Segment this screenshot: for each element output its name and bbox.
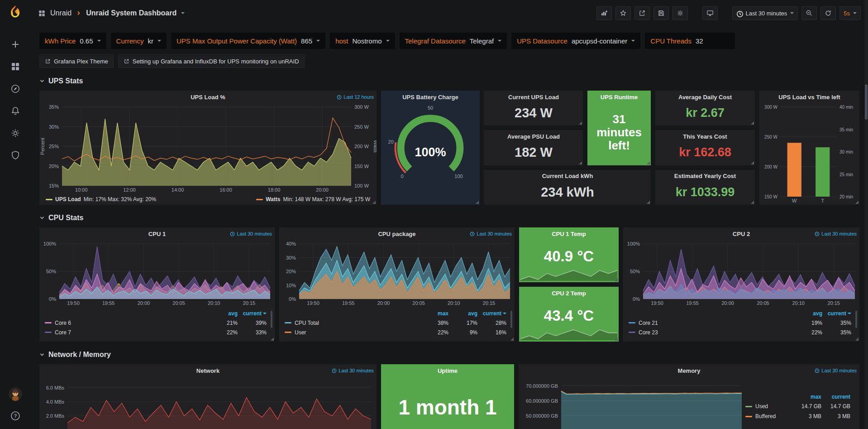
apps-grid-icon[interactable] — [38, 10, 46, 17]
svg-text:40%: 40% — [286, 241, 296, 246]
grafana-logo[interactable] — [6, 4, 24, 22]
cycle-view-mode-button[interactable] — [702, 6, 718, 20]
user-avatar[interactable] — [9, 387, 22, 401]
network-chart[interactable]: 2.0 MBs4.0 MBs6.0 MBs — [39, 377, 377, 429]
legend-row: Core 23 22% 35% — [629, 328, 851, 337]
panel-title[interactable]: Current UPS Load — [508, 94, 559, 101]
chevron-down-icon[interactable] — [181, 12, 185, 14]
explore-icon[interactable] — [10, 84, 20, 94]
legend-sort-current[interactable]: current — [238, 310, 267, 317]
page-scrollbar[interactable] — [864, 0, 868, 429]
panel-time-range[interactable]: Last 30 minutes — [230, 231, 272, 236]
legend-sort-current[interactable]: current — [821, 394, 850, 400]
scrollbar-thumb[interactable] — [865, 84, 868, 120]
legend: avg current Core 6 21% 39% Core 7 22% 33… — [39, 307, 275, 342]
variable-ups-datasource[interactable]: UPS Datasource apcupsd-container — [511, 33, 640, 49]
ups-load-chart[interactable]: PercentWatts15%20%25%30%35%100 W150 W200… — [39, 103, 377, 194]
svg-text:50: 50 — [428, 105, 433, 111]
cpu1-chart[interactable]: 0%50%100%19:5019:5520:0020:0520:1020:15 — [39, 240, 275, 307]
svg-text:14:00: 14:00 — [172, 187, 184, 193]
dashboard-link-ups-monitoring-guide[interactable]: Setting up Grafana and InfluxDB for UPS … — [118, 54, 305, 68]
panel-title[interactable]: Memory — [678, 367, 701, 374]
svg-text:40 min: 40 min — [839, 105, 853, 110]
breadcrumb-app[interactable]: Unraid — [50, 9, 72, 17]
panel-title[interactable]: Estimated Yearly Cost — [674, 173, 736, 179]
cpu-package-chart[interactable]: 0%10%20%30%40%19:5019:5520:0020:0520:102… — [279, 240, 515, 307]
server-admin-shield-icon[interactable] — [10, 150, 20, 160]
panel-title[interactable]: CPU 1 — [148, 231, 166, 237]
svg-text:50%: 50% — [46, 269, 56, 274]
clock-icon — [337, 95, 342, 100]
legend-scrollbar[interactable] — [855, 311, 857, 328]
panel-title[interactable]: UPS Load % — [191, 94, 225, 101]
add-panel-button[interactable] — [596, 6, 612, 20]
svg-text:30%: 30% — [286, 255, 296, 260]
panel-title[interactable]: Network — [196, 367, 219, 374]
dashboard-link-grafana-plex-theme[interactable]: Grafana Plex Theme — [39, 54, 114, 68]
ups-stats-row: UPS Load % Last 12 hours PercentWatts15%… — [39, 91, 859, 205]
legend-sort-current[interactable]: current — [477, 310, 506, 317]
variable-ups-max-output[interactable]: UPS Max Output Power Capacity (Watt) 865 — [171, 33, 325, 49]
legend-item[interactable]: UPS Load Min: 17% Max: 32% Avg: 20% — [46, 196, 156, 202]
template-variables-row: kWh Price 0.65 Currency kr UPS Max Outpu… — [39, 33, 859, 49]
section-network-memory[interactable]: Network / Memory — [39, 351, 859, 359]
panel-title[interactable]: UPS Load vs Time left — [778, 94, 840, 101]
panel-title[interactable]: This Years Cost — [683, 133, 727, 140]
legend: UPS Load Min: 17% Max: 32% Avg: 20% Watt… — [39, 194, 377, 205]
svg-text:4.0 MBs: 4.0 MBs — [46, 399, 65, 405]
panel-time-range[interactable]: Last 30 minutes — [815, 231, 857, 236]
svg-text:6.0 MBs: 6.0 MBs — [46, 385, 65, 390]
panel-title[interactable]: CPU 2 Temp — [552, 290, 586, 297]
variable-cpu-threads-input[interactable]: CPU Threads 32 — [645, 33, 734, 49]
panel-title[interactable]: CPU 1 Temp — [552, 231, 586, 237]
panel-title[interactable]: UPS Runtime — [601, 94, 638, 101]
refresh-button[interactable] — [820, 6, 836, 20]
svg-text:100: 100 — [454, 174, 463, 179]
help-icon[interactable]: ? — [10, 411, 20, 421]
cpu2-chart[interactable]: 0%50%100%19:5019:5520:0020:0520:1020:15 — [623, 240, 859, 307]
section-cpu-stats[interactable]: CPU Stats — [39, 214, 859, 222]
dashboards-icon[interactable] — [10, 62, 20, 72]
panel-title[interactable]: CPU 2 — [733, 231, 750, 237]
panel-title[interactable]: Average Daily Cost — [678, 94, 732, 101]
panel-title[interactable]: CPU package — [378, 231, 415, 237]
legend-sort-max[interactable]: max — [792, 394, 821, 400]
legend-row: CPU Total 38% 17% 28% — [285, 318, 506, 328]
legend-sort-avg[interactable]: avg — [448, 310, 477, 317]
legend-sort-current[interactable]: current — [822, 310, 851, 317]
configuration-gear-icon[interactable] — [10, 128, 20, 138]
variable-host[interactable]: host Nostromo — [330, 33, 395, 49]
legend-scrollbar[interactable] — [510, 311, 512, 328]
save-button[interactable] — [653, 6, 669, 20]
cpu-stats-row: CPU 1 Last 30 minutes 0%50%100%19:5019:5… — [39, 227, 859, 342]
section-ups-stats[interactable]: UPS Stats — [39, 77, 859, 85]
panel-title[interactable]: UPS Battery Charge — [402, 94, 458, 101]
time-range-picker[interactable]: Last 30 minutes — [732, 6, 798, 20]
variable-telegraf-datasource[interactable]: Telegraf Datasource Telegraf — [400, 33, 507, 49]
panel-title[interactable]: Uptime — [438, 367, 458, 374]
panel-time-range[interactable]: Last 12 hours — [337, 94, 374, 100]
legend-sort-avg[interactable]: avg — [793, 310, 822, 317]
legend-item[interactable]: Watts Min: 148 W Max: 278 W Avg: 175 W — [256, 196, 370, 202]
legend-sort-max[interactable]: max — [420, 310, 448, 317]
zoom-out-button[interactable] — [801, 6, 817, 20]
svg-text:20:05: 20:05 — [412, 300, 425, 306]
star-button[interactable] — [615, 6, 631, 20]
variable-kwh-price[interactable]: kWh Price 0.65 — [39, 33, 106, 49]
share-button[interactable] — [634, 6, 650, 20]
alerting-bell-icon[interactable] — [10, 106, 20, 116]
panel-time-range[interactable]: Last 30 minutes — [470, 231, 512, 236]
legend-sort-avg[interactable]: avg — [209, 310, 238, 317]
dashboard-settings-button[interactable] — [672, 6, 688, 20]
panel-title[interactable]: Current Load kWh — [542, 173, 593, 179]
refresh-interval-picker[interactable]: 5s — [839, 6, 861, 20]
memory-chart[interactable]: 50.000000 GB60.000000 GB70.000000 GB — [519, 377, 745, 429]
dashboard-title[interactable]: Unraid System Dashboard — [86, 9, 176, 17]
panel-title[interactable]: Average PSU Load — [507, 133, 560, 140]
panel-time-range[interactable]: Last 30 minutes — [332, 368, 374, 373]
panel-time-range[interactable]: Last 30 minutes — [815, 368, 857, 373]
add-icon[interactable] — [10, 39, 20, 49]
legend-scrollbar[interactable] — [271, 311, 272, 328]
variable-currency[interactable]: Currency kr — [111, 33, 167, 49]
ups-load-vs-time-chart[interactable]: 150 W200 W250 W300 W20 min25 min30 min35… — [759, 103, 859, 205]
